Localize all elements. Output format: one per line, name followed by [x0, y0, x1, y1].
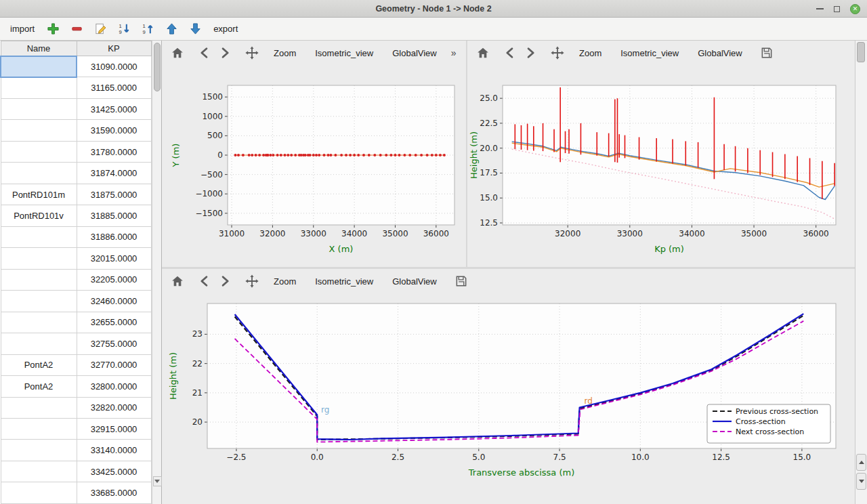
import-button[interactable]: import — [8, 22, 37, 35]
pan-button[interactable] — [547, 43, 568, 62]
triangle-down-icon — [154, 480, 160, 483]
name-cell[interactable] — [1, 120, 77, 141]
scroll-down-button[interactable] — [856, 473, 866, 490]
name-cell[interactable] — [1, 397, 77, 418]
triangle-up-icon — [859, 461, 864, 464]
back-button[interactable] — [500, 43, 520, 62]
kp-cell[interactable]: 32205.0000 — [77, 269, 151, 290]
maximize-icon[interactable] — [834, 6, 840, 12]
remove-row-button[interactable] — [69, 22, 84, 37]
home-button[interactable] — [167, 43, 188, 62]
kp-cell[interactable]: 32755.0000 — [77, 333, 151, 354]
name-cell[interactable] — [1, 56, 77, 77]
forward-arrow-icon — [524, 46, 537, 60]
kp-cell[interactable]: 31886.0000 — [77, 226, 151, 247]
close-icon[interactable]: ✕ — [850, 4, 860, 14]
save-figure-button[interactable] — [451, 272, 471, 291]
name-cell[interactable] — [1, 440, 77, 461]
kp-cell[interactable]: 32460.0000 — [77, 291, 151, 312]
kp-cell[interactable]: 31885.0000 — [77, 205, 151, 226]
cross-section-chart[interactable]: −2.50.02.55.07.510.012.515.020212223rgrd… — [162, 293, 855, 504]
window-scrollbar-thumb[interactable] — [857, 42, 865, 62]
kp-cell[interactable]: 33685.0000 — [77, 482, 151, 504]
name-cell[interactable] — [1, 482, 77, 504]
add-row-button[interactable] — [45, 22, 60, 37]
name-cell[interactable]: PontRD101v — [1, 205, 77, 226]
kp-cell[interactable]: 31780.0000 — [77, 141, 151, 162]
kp-cell[interactable]: 31165.0000 — [77, 77, 151, 98]
isometric-view-button[interactable]: Isometric_view — [613, 45, 686, 62]
kp-cell[interactable]: 32915.0000 — [77, 418, 151, 439]
isometric-view-button[interactable]: Isometric_view — [308, 45, 381, 62]
name-cell[interactable]: PontA2 — [1, 354, 77, 375]
name-cell[interactable] — [1, 333, 77, 354]
kp-cell[interactable]: 32655.0000 — [77, 312, 151, 333]
name-cell[interactable] — [1, 226, 77, 247]
name-cell[interactable] — [1, 312, 77, 333]
name-cell[interactable] — [1, 163, 77, 184]
profile-toolbar: Zoom Isometric_view GlobalView — [467, 41, 855, 65]
zoom-button[interactable]: Zoom — [266, 273, 303, 290]
edit-icon — [94, 22, 107, 35]
minimize-icon[interactable] — [816, 8, 824, 9]
name-cell[interactable] — [1, 461, 77, 482]
back-button[interactable] — [194, 43, 215, 62]
column-header-name[interactable]: Name — [1, 41, 77, 56]
table-scrollbar-thumb[interactable] — [154, 43, 161, 91]
global-view-button[interactable]: GlobalView — [690, 45, 750, 62]
sort-descending-button[interactable]: 19 — [117, 22, 131, 37]
kp-cell[interactable]: 33140.0000 — [77, 440, 151, 461]
name-cell[interactable] — [1, 291, 77, 312]
forward-button[interactable] — [520, 43, 541, 62]
save-figure-button[interactable] — [757, 43, 777, 62]
kp-cell[interactable]: 32820.0000 — [77, 397, 151, 418]
name-cell[interactable] — [1, 418, 77, 439]
pan-button[interactable] — [242, 272, 262, 291]
name-cell[interactable]: PontRD101m — [1, 184, 77, 205]
name-cell[interactable] — [1, 77, 77, 98]
kp-cell[interactable]: 31425.0000 — [77, 98, 151, 119]
zoom-button[interactable]: Zoom — [266, 45, 303, 62]
global-view-button[interactable]: GlobalView — [385, 45, 444, 62]
edit-button[interactable] — [93, 22, 108, 37]
kp-cell[interactable]: 33425.0000 — [77, 461, 151, 482]
move-up-button[interactable] — [164, 22, 179, 37]
column-header-kp[interactable]: KP — [77, 41, 151, 56]
kp-cell[interactable]: 32770.0000 — [77, 354, 151, 375]
home-button[interactable] — [473, 43, 493, 62]
kp-cell[interactable]: 31090.0000 — [77, 56, 151, 77]
isometric-view-button[interactable]: Isometric_view — [308, 273, 381, 290]
forward-button[interactable] — [215, 272, 235, 291]
window-scrollbar[interactable] — [855, 41, 867, 504]
kp-cell[interactable]: 31590.0000 — [77, 120, 151, 141]
name-cell[interactable] — [1, 269, 77, 290]
home-button[interactable] — [167, 272, 188, 291]
pan-button[interactable] — [242, 43, 262, 62]
kp-cell[interactable]: 31874.0000 — [77, 163, 151, 184]
sort-ascending-button[interactable]: 19 — [140, 22, 155, 37]
table-scrollbar[interactable] — [152, 41, 162, 504]
toolbar-overflow-button[interactable]: » — [447, 45, 461, 61]
table-scroll-down-button[interactable] — [153, 476, 162, 486]
name-cell[interactable] — [1, 98, 77, 119]
name-cell[interactable] — [1, 141, 77, 162]
title-bar[interactable]: Geometry - Node 1 -> Node 2 ✕ — [0, 0, 867, 18]
plus-icon — [47, 22, 60, 35]
kp-cell[interactable]: 32800.0000 — [77, 376, 151, 397]
back-button[interactable] — [194, 272, 215, 291]
move-down-button[interactable] — [188, 22, 203, 37]
name-cell[interactable]: PontA2 — [1, 376, 77, 397]
global-view-button[interactable]: GlobalView — [385, 273, 444, 290]
svg-text:21: 21 — [192, 388, 203, 398]
profile-chart[interactable]: 320003300034000350003600012.515.017.520.… — [467, 65, 855, 267]
sort-ascending-icon: 19 — [142, 22, 154, 35]
export-button[interactable]: export — [211, 22, 240, 35]
forward-button[interactable] — [215, 43, 235, 62]
zoom-button[interactable]: Zoom — [572, 45, 609, 62]
kp-cell[interactable]: 31875.0000 — [77, 184, 151, 205]
svg-text:Transverse abscissa (m): Transverse abscissa (m) — [468, 467, 575, 478]
kp-cell[interactable]: 32015.0000 — [77, 248, 151, 269]
name-cell[interactable] — [1, 248, 77, 269]
plan-view-chart[interactable]: 310003200033000340003500036000−1500−1000… — [162, 65, 466, 267]
scroll-up-button[interactable] — [856, 454, 866, 471]
